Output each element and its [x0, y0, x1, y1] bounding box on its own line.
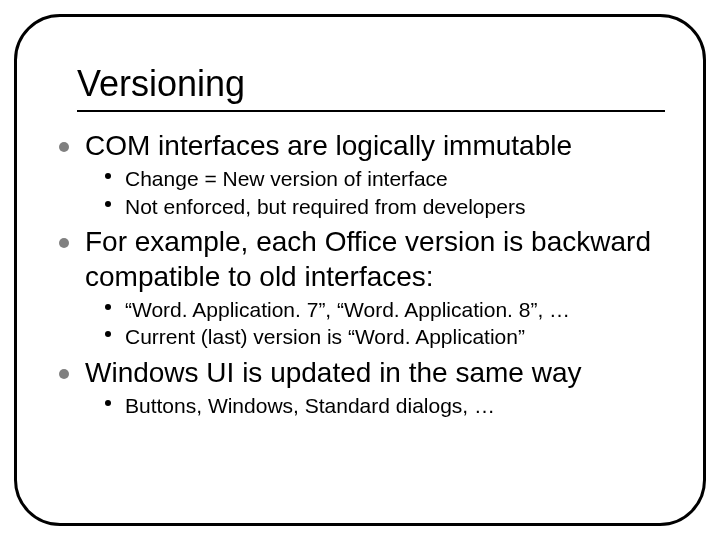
bullet-list: COM interfaces are logically immutable C… [51, 128, 669, 418]
bullet-text: Windows UI is updated in the same way [85, 355, 669, 390]
bullet-text: For example, each Office version is back… [85, 224, 669, 294]
slide: Versioning COM interfaces are logically … [0, 0, 720, 540]
sub-bullet-text: Buttons, Windows, Standard dialogs, … [125, 394, 495, 417]
sub-bullet-text: “Word. Application. 7”, “Word. Applicati… [125, 298, 570, 321]
sub-bullet-list: Change = New version of interface Not en… [85, 165, 669, 220]
sub-bullet-item: Current (last) version is “Word. Applica… [105, 323, 669, 350]
sub-bullet-text: Current (last) version is “Word. Applica… [125, 325, 525, 348]
title-underline [77, 110, 665, 112]
slide-frame: Versioning COM interfaces are logically … [14, 14, 706, 526]
sub-bullet-item: Buttons, Windows, Standard dialogs, … [105, 392, 669, 419]
title-block: Versioning [77, 63, 665, 112]
bullet-text: COM interfaces are logically immutable [85, 128, 669, 163]
sub-bullet-text: Change = New version of interface [125, 167, 448, 190]
sub-bullet-item: “Word. Application. 7”, “Word. Applicati… [105, 296, 669, 323]
bullet-item: COM interfaces are logically immutable C… [55, 128, 669, 220]
bullet-item: Windows UI is updated in the same way Bu… [55, 355, 669, 419]
bullet-item: For example, each Office version is back… [55, 224, 669, 351]
sub-bullet-item: Change = New version of interface [105, 165, 669, 192]
sub-bullet-text: Not enforced, but required from develope… [125, 195, 525, 218]
sub-bullet-list: “Word. Application. 7”, “Word. Applicati… [85, 296, 669, 351]
sub-bullet-item: Not enforced, but required from develope… [105, 193, 669, 220]
sub-bullet-list: Buttons, Windows, Standard dialogs, … [85, 392, 669, 419]
slide-title: Versioning [77, 63, 665, 104]
